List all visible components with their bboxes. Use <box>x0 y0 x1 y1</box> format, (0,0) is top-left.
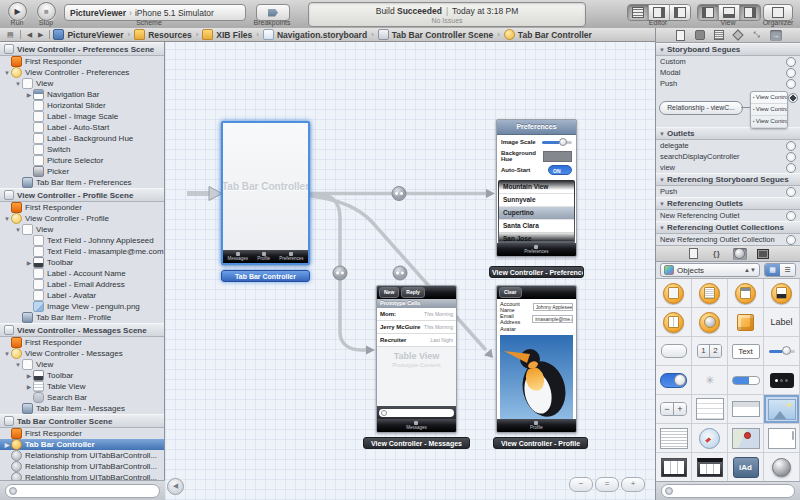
disclosure-triangle[interactable]: ▶ <box>25 383 33 390</box>
standard-editor-button[interactable] <box>628 5 649 20</box>
email-address-field[interactable]: imasample@me.com <box>532 315 573 323</box>
outline-item[interactable]: Tab Bar Item - Profile <box>0 312 164 323</box>
library-group-dropdown[interactable]: Objects ▲▼ <box>660 263 760 277</box>
table-row[interactable]: Jerry McGuireThis Morning <box>377 321 456 334</box>
relationship-target[interactable]: View Controlle... <box>751 116 787 128</box>
outline-item[interactable]: Text Field - Johnny Appleseed <box>0 235 164 246</box>
library-item-map-view[interactable] <box>728 424 764 453</box>
picker-row[interactable]: San Jose <box>499 233 574 241</box>
scene-header[interactable]: Tab Bar Controller Scene <box>0 414 164 428</box>
disclosure-triangle[interactable]: ▶ <box>25 372 33 379</box>
object-library-icon[interactable] <box>733 248 747 260</box>
library-item-ad-banner-view[interactable]: iAd <box>728 453 764 482</box>
breadcrumb-item[interactable]: Resources <box>134 29 191 40</box>
library-item-switch[interactable] <box>656 366 692 395</box>
disclosure-triangle[interactable]: ▼ <box>3 70 11 76</box>
outline-item[interactable]: ▼View Controller - Messages <box>0 348 164 359</box>
grid-view-icon[interactable]: ▦ <box>765 264 780 276</box>
utilities-toggle-button[interactable] <box>740 5 760 20</box>
outline-collapse-button[interactable]: ◀ <box>167 478 184 495</box>
disclosure-triangle[interactable]: ▶ <box>25 91 33 98</box>
zoom-fit-button[interactable]: = <box>595 477 619 492</box>
connection-row[interactable]: Push <box>656 78 800 89</box>
outline-item[interactable]: ▶Toolbar <box>0 257 164 268</box>
connection-well[interactable] <box>786 141 796 151</box>
library-item-picker-view[interactable] <box>656 453 692 482</box>
library-item-image-view[interactable] <box>764 395 800 424</box>
file-inspector-icon[interactable] <box>675 30 687 41</box>
connection-row[interactable]: view <box>656 162 800 173</box>
picker-row[interactable]: Sunnyvale <box>499 194 574 207</box>
segue-badge[interactable] <box>392 187 406 201</box>
inspector-section-header[interactable]: ▼Storyboard Segues <box>656 43 800 56</box>
related-items-icon[interactable]: ▤ <box>7 31 14 39</box>
debug-area-toggle-button[interactable] <box>719 5 740 20</box>
assistant-editor-button[interactable] <box>649 5 670 20</box>
outline-item[interactable]: First Responder <box>0 56 164 67</box>
tab-item-preferences[interactable]: Preferences <box>524 245 548 255</box>
connection-well-filled[interactable] <box>788 93 798 103</box>
media-library-icon[interactable] <box>756 248 770 260</box>
connection-row[interactable]: delegate <box>656 140 800 151</box>
tab-item-profile[interactable]: Profile <box>530 421 543 431</box>
identity-inspector-icon[interactable] <box>713 30 725 41</box>
library-item-round-rect-button[interactable] <box>656 337 692 366</box>
breadcrumb-item[interactable]: Tab Bar Controller <box>504 29 592 40</box>
clear-button[interactable]: Clear <box>499 287 522 298</box>
scene-header[interactable]: View Controller - Messages Scene <box>0 323 164 337</box>
outline-item[interactable]: Label - Avatar <box>0 290 164 301</box>
reply-button[interactable]: Reply <box>401 287 425 298</box>
library-item-object[interactable] <box>728 308 764 337</box>
inspector-section-header[interactable]: ▼Referencing Storyboard Segues <box>656 173 800 186</box>
library-item-text-field[interactable]: Text <box>728 337 764 366</box>
connection-row[interactable]: Push <box>656 186 800 197</box>
library-item-segmented-control[interactable]: 12 <box>692 337 728 366</box>
library-item-table-view[interactable] <box>692 395 728 424</box>
connection-well[interactable] <box>786 152 796 162</box>
zoom-out-button[interactable]: − <box>569 477 593 492</box>
version-editor-button[interactable] <box>670 5 690 20</box>
table-row[interactable]: Mom:This Morning <box>377 308 456 321</box>
scene-header[interactable]: View Controller - Preferences Scene <box>0 42 164 56</box>
code-snippet-library-icon[interactable]: { } <box>710 248 724 260</box>
library-item-table-view-cell[interactable] <box>728 395 764 424</box>
tab-bar-controller-canvas-label[interactable]: Tab Bar Controller <box>221 270 310 282</box>
list-view-icon[interactable]: ☰ <box>780 264 795 276</box>
disclosure-triangle[interactable]: ▼ <box>3 216 11 222</box>
outline-item[interactable]: Text Field - imasample@me.com <box>0 246 164 257</box>
outline-item[interactable]: First Responder <box>0 202 164 213</box>
outline-item[interactable]: ▼View Controller - Preferences <box>0 67 164 78</box>
outline-item[interactable]: Label - Email Address <box>0 279 164 290</box>
library-item-web-view[interactable] <box>692 424 728 453</box>
outline-item[interactable]: ▼View <box>0 359 164 370</box>
profile-canvas-label[interactable]: View Controller - Profile <box>493 437 588 449</box>
breadcrumb-item[interactable]: Tab Bar Controller Scene <box>378 29 493 40</box>
library-item-page-control[interactable] <box>764 366 800 395</box>
forward-arrow-icon[interactable]: ▶ <box>38 31 43 39</box>
outline-item[interactable]: Tab Bar Item - Messages <box>0 403 164 414</box>
library-filter-field[interactable] <box>661 484 795 498</box>
outline-item[interactable]: Label - Image Scale <box>0 111 164 122</box>
messages-device[interactable]: NewReply Prototype Cells Mom:This Mornin… <box>376 285 457 433</box>
file-template-library-icon[interactable] <box>687 248 701 260</box>
account-name-field[interactable]: Johnny Appleseed <box>533 303 573 311</box>
auto-start-switch[interactable]: ON <box>548 165 572 175</box>
disclosure-triangle[interactable]: ▼ <box>3 351 11 357</box>
relationship-pill[interactable]: Relationship - viewC... <box>659 101 743 115</box>
connection-well[interactable] <box>786 211 796 221</box>
library-item-activity-indicator-view[interactable]: ✳ <box>692 366 728 395</box>
outline-item[interactable]: ▼View <box>0 224 164 235</box>
inspector-section-header[interactable]: ▼Referencing Outlet Collections <box>656 221 800 234</box>
connection-row[interactable]: Modal <box>656 67 800 78</box>
disclosure-triangle[interactable]: ▼ <box>659 177 665 183</box>
table-row[interactable]: RecruiterLast Night <box>377 334 456 347</box>
disclosure-triangle[interactable]: ▼ <box>14 227 22 233</box>
segue-badge[interactable] <box>393 266 407 280</box>
outline-item[interactable]: Picker <box>0 166 164 177</box>
library-item-glkit-view[interactable] <box>764 453 800 482</box>
connections-inspector-icon[interactable]: → <box>770 30 782 41</box>
outline-item[interactable]: Relationship from UITabBarControll... <box>0 450 164 461</box>
disclosure-triangle[interactable]: ▼ <box>659 47 665 53</box>
relationship-target[interactable]: View Controlle... <box>751 104 787 116</box>
connection-well[interactable] <box>786 68 796 78</box>
